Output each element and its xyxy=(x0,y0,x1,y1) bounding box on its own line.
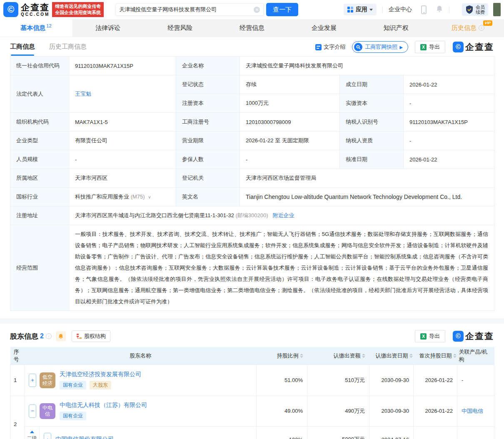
qcc-watermark: © 企查查 xyxy=(453,41,494,53)
legal-rep-link[interactable]: 王宝魁 xyxy=(75,91,91,97)
text-intro-icon xyxy=(315,44,322,50)
field-value: 天津城投低空量子网络科技发展有限公司 xyxy=(240,57,494,75)
logo-domain: QCC.COM xyxy=(21,12,50,17)
triangle-up-icon[interactable] xyxy=(30,431,34,433)
subtab-history-business-info[interactable]: 历史工商信息 xyxy=(49,43,87,56)
field-label: 人员规模 xyxy=(10,150,69,169)
nearby-companies-link[interactable]: 附近企业 xyxy=(272,212,294,218)
tab-operation-risk[interactable]: 经营风险 xyxy=(144,19,216,37)
excel-icon: X xyxy=(420,44,427,50)
qcc-logo-icon: © xyxy=(3,2,18,17)
search-input[interactable] xyxy=(119,7,254,13)
subtab-business-info[interactable]: 工商信息 xyxy=(10,43,35,56)
export-button[interactable]: X 导出 xyxy=(415,41,445,53)
business-info-table: 统一社会信用代码 91120103MAK7A1X15P 企业名称 天津城投低空量… xyxy=(10,56,494,311)
search-clear-icon[interactable]: ✕ xyxy=(254,7,260,13)
equity-structure-button[interactable]: 股权结构 xyxy=(72,330,110,342)
notification-bell-icon[interactable] xyxy=(436,5,443,15)
field-value: 120103000798009 xyxy=(240,113,340,131)
state-owned-tag: 国有企业 xyxy=(60,381,86,389)
address-zip: (邮编300200) xyxy=(236,212,268,218)
business-scope-text: 一般项目：技术服务、技术开发、技术咨询、技术交流、技术转让、技术推广；智能无人飞… xyxy=(69,225,494,311)
field-value: 王宝魁 xyxy=(69,75,176,113)
sort-icon[interactable] xyxy=(409,354,413,358)
first-date-value: 2026-01-22 xyxy=(414,365,457,396)
sort-icon[interactable] xyxy=(453,354,457,358)
ratio-value: 100% xyxy=(257,426,307,439)
tab-company-development[interactable]: 企业发展 xyxy=(288,19,360,37)
related-value xyxy=(457,426,494,439)
field-label: 纳税人资质 xyxy=(340,131,404,150)
col-date[interactable]: 认缴出资日期 xyxy=(369,347,414,365)
field-label: 营业期限 xyxy=(176,131,240,150)
table-row: 人员规模 - 参保人数 - 核准日期 2026-01-22 xyxy=(10,150,494,169)
qcc-watermark-icon: © xyxy=(453,42,464,52)
field-label: 法定代表人 xyxy=(10,75,69,113)
col-related: 关联产品/机构 xyxy=(457,347,494,365)
excel-icon: X xyxy=(420,333,427,340)
qcc-logo[interactable]: © 企查查 QCC.COM 缔造有远见的商业传奇 全国企业信用查询系统 xyxy=(3,2,104,17)
related-product-link[interactable]: 中国电信 xyxy=(462,408,483,414)
enterprise-center-link[interactable]: 企业中心 xyxy=(389,6,412,13)
table-row: 法定代表人 王宝魁 登记状态 存续 成立日期 2026-01-22 xyxy=(10,75,494,94)
field-label: 成立日期 xyxy=(340,75,404,94)
shareholder-name-link[interactable]: 中电信无人科技（江苏）有限公司 xyxy=(60,402,147,408)
mobile-app-icon[interactable] xyxy=(421,5,427,14)
field-value: MAK7A1X1-5 xyxy=(69,113,176,131)
col-ratio[interactable]: 持股比例 xyxy=(257,347,307,365)
field-value: 存续 xyxy=(240,75,340,94)
field-label: 工商注册号 xyxy=(176,113,240,131)
field-label: 组织机构代码 xyxy=(10,113,69,131)
user-avatar[interactable] xyxy=(493,3,501,16)
apps-menu-button[interactable]: 应用 xyxy=(344,4,377,15)
field-label: 登记机关 xyxy=(176,169,240,188)
member-line2: 续费 xyxy=(476,10,485,15)
tab-basic-info[interactable]: 基本信息 12 xyxy=(0,19,72,37)
ratio-value: 49.00% xyxy=(257,396,307,426)
tab-history-info[interactable]: VIP 历史信息 i xyxy=(432,19,504,37)
apps-grid-icon xyxy=(347,7,353,12)
date-value: 2024-07-16 xyxy=(369,426,414,439)
subtab-toolbar: 工商信息 历史工商信息 文字介绍 工商官网快照 ▶ X 导出 © 企查查 xyxy=(0,37,504,55)
tab-legal[interactable]: 法律诉讼 xyxy=(72,19,144,37)
tab-intellectual-property[interactable]: 知识产权 xyxy=(360,19,432,37)
table-header-row: 序号 股东名称 持股比例 认缴出资额 认缴出资日期 首次持股日期 关联产品/机构 xyxy=(10,347,494,365)
field-value: - xyxy=(240,150,340,169)
sort-icon[interactable] xyxy=(300,354,303,358)
col-first-date[interactable]: 首次持股日期 xyxy=(414,347,457,365)
divider xyxy=(382,6,383,13)
search-button[interactable]: 查一下 xyxy=(266,3,298,16)
sort-icon[interactable] xyxy=(362,354,365,358)
slogan-banner: 缔造有远见的商业传奇 全国企业信用查询系统 xyxy=(52,2,104,17)
apps-label: 应用 xyxy=(356,6,367,13)
text-intro-button[interactable]: 文字介绍 xyxy=(315,43,345,51)
monitor-bell-icon[interactable] xyxy=(56,331,66,341)
field-label: 所属地区 xyxy=(10,169,69,188)
expand-plus-icon[interactable]: + xyxy=(29,374,36,387)
collapse-minus-icon[interactable]: − xyxy=(29,404,36,418)
date-value: 2030-09-30 xyxy=(369,365,414,396)
col-amount[interactable]: 认缴出资额 xyxy=(307,347,369,365)
slogan-line1: 缔造有远见的商业传奇 xyxy=(55,3,101,10)
field-value[interactable]: 科技推广和应用服务业 (M75) ∨ xyxy=(69,188,176,206)
field-value: 1000万元 xyxy=(240,94,340,113)
shareholder-row: 2 − 中电信 中电信无人科技（江苏）有限公司 国有企业 49.00% 490万… xyxy=(10,396,494,426)
official-snapshot-button[interactable]: 工商官网快照 ▶ xyxy=(352,41,408,53)
tab-operation-info[interactable]: 经营信息 xyxy=(216,19,288,37)
info-circle-icon[interactable]: i xyxy=(46,333,52,339)
sub-shareholder-name-link[interactable]: 中国电信股份有限公司 xyxy=(55,436,114,439)
field-value: 91120103MAK7A1X15P xyxy=(69,57,176,75)
related-value: - xyxy=(457,365,494,396)
table-row: 注册地址 天津市河西区黑牛城道与内江北路交口西北侧七贤南里11-1-301-32… xyxy=(10,206,494,225)
field-label: 经营范围 xyxy=(10,225,69,311)
first-date-value: 2026-01-22 xyxy=(414,396,457,426)
amount-value: 490万元 xyxy=(307,396,369,426)
export-button[interactable]: X 导出 xyxy=(415,330,445,342)
shareholders-count: 2 xyxy=(40,332,44,340)
member-renew-button[interactable]: 会员 续费 xyxy=(462,3,488,16)
field-label: 企业类型 xyxy=(10,131,69,150)
expand-plus-icon[interactable]: + xyxy=(44,433,51,439)
shareholders-section: 股东信息 2 i 股权结构 X 导出 © 企查查 xyxy=(0,324,504,439)
shareholder-name-link[interactable]: 天津低空经济投资发展有限公司 xyxy=(60,371,141,377)
slogan-line2: 全国企业信用查询系统 xyxy=(55,10,101,16)
